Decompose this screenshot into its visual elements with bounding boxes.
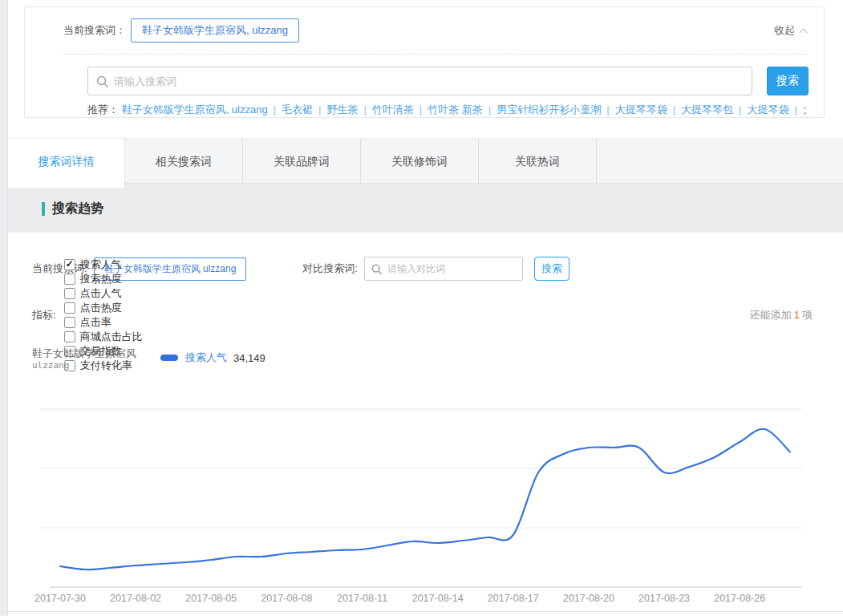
metric-checkbox-item[interactable]: 搜索人气: [64, 257, 143, 272]
recommend-separator: |: [363, 103, 366, 116]
search-row: 搜索: [87, 67, 809, 95]
bottom-divider: [0, 611, 843, 612]
legend-group[interactable]: 搜索人气 34,149: [160, 351, 265, 365]
metric-checkbox-label: 点击热度: [80, 301, 122, 315]
chevron-up-icon: [800, 28, 808, 36]
add-hint: 还能添加1项: [750, 308, 813, 322]
recommended-term-link[interactable]: 大提琴琴袋: [615, 103, 667, 116]
search-analytics-page: 当前搜索词： 鞋子女韩版学生原宿风, ulzzang 收起 搜索 推荐： 鞋子女…: [0, 0, 843, 616]
recommend-separator: |: [794, 103, 796, 116]
recommend-links: 鞋子女韩版学生原宿风, ulzzang|毛衣裙|野生茶|竹叶清茶|竹叶茶 新茶|…: [122, 103, 806, 116]
recommend-separator: |: [739, 103, 741, 116]
metric-checkbox-label: 搜索热度: [80, 272, 122, 286]
x-axis-tick-label: 2017-07-30: [34, 593, 86, 604]
legend-metric-name: 搜索人气: [185, 351, 227, 365]
add-hint-prefix: 还能添加: [750, 309, 792, 321]
add-hint-count: 1: [794, 309, 800, 321]
x-axis-tick-label: 2017-08-11: [337, 593, 387, 604]
recommend-separator: |: [318, 103, 321, 116]
recommended-term-link[interactable]: 鞋子女韩版学生原宿风, ulzzang: [122, 103, 268, 116]
recommend-separator: |: [673, 103, 675, 116]
recommended-term-link[interactable]: 毛衣裙: [282, 103, 313, 116]
recommended-term-link[interactable]: 竹叶清茶: [372, 103, 414, 116]
tab-4[interactable]: 关联修饰词: [361, 139, 479, 184]
checkbox-icon[interactable]: [64, 274, 75, 285]
metric-checkbox-item[interactable]: 点击热度: [64, 301, 143, 315]
search-button[interactable]: 搜索: [767, 67, 809, 95]
search-icon: [96, 75, 109, 88]
recommend-row: 推荐： 鞋子女韩版学生原宿风, ulzzang|毛衣裙|野生茶|竹叶清茶|竹叶茶…: [87, 103, 806, 119]
metrics-label: 指标:: [32, 308, 56, 322]
metrics-row: 指标: 搜索人气 搜索热度 点击人气 点击热度 点击率 商城点击占比 交易指数 …: [32, 307, 162, 323]
tab-5[interactable]: 关联热词: [479, 139, 597, 184]
recommend-separator: |: [606, 103, 609, 116]
metric-checkbox-label: 点击人气: [80, 286, 122, 301]
x-axis-tick-label: 2017-08-17: [488, 593, 539, 604]
recommended-term-link[interactable]: 大提琴包: [803, 103, 806, 116]
collapse-label: 收起: [774, 23, 795, 38]
search-panel: 当前搜索词： 鞋子女韩版学生原宿风, ulzzang 收起 搜索 推荐： 鞋子女…: [24, 6, 825, 118]
tab-1[interactable]: 搜索词详情: [7, 139, 125, 188]
legend-line-marker-icon: [160, 355, 178, 361]
legend-metric-value: 34,149: [233, 352, 265, 364]
trend-line-chart: 2017-07-302017-08-022017-08-052017-08-08…: [0, 397, 843, 616]
search-input-wrap: [87, 67, 752, 95]
section-band: 搜索趋势: [8, 184, 843, 233]
x-axis-tick-label: 2017-08-08: [261, 593, 312, 604]
tab-2[interactable]: 相关搜索词: [125, 139, 243, 184]
x-axis-tick-label: 2017-08-05: [185, 593, 237, 604]
metric-checkbox-label: 点击率: [80, 315, 111, 330]
section-accent-bar: [42, 202, 45, 216]
metric-checkbox-label: 商城点击占比: [80, 330, 143, 344]
compare-input[interactable]: [387, 257, 519, 280]
recommend-label: 推荐：: [87, 103, 119, 116]
metric-checkbox-item[interactable]: 点击率: [64, 315, 143, 330]
checkbox-icon[interactable]: [64, 331, 75, 342]
recommend-separator: |: [419, 103, 422, 116]
compare-input-wrap: [364, 257, 523, 281]
recommend-separator: |: [274, 103, 276, 116]
x-axis-tick-label: 2017-08-26: [714, 593, 765, 604]
legend-term-line1: 鞋子女韩版学生原宿风: [32, 347, 136, 359]
tab-3[interactable]: 关联品牌词: [243, 139, 361, 184]
current-term-chip[interactable]: 鞋子女韩版学生原宿风, ulzzang: [131, 18, 299, 43]
trend-line: [60, 429, 790, 569]
search-icon: [371, 264, 383, 275]
checkbox-icon[interactable]: [64, 288, 75, 299]
recommended-term-link[interactable]: 野生茶: [326, 103, 358, 116]
compare-term-label: 对比搜索词:: [302, 261, 358, 276]
recommended-term-link[interactable]: 大提琴琴包: [681, 103, 733, 116]
recommended-term-link[interactable]: 男宝针织衫开衫小童潮: [496, 103, 601, 116]
recommended-term-link[interactable]: 竹叶茶 新茶: [428, 103, 483, 116]
x-axis-tick-label: 2017-08-20: [563, 593, 614, 604]
dotted-divider: [63, 54, 806, 55]
search-input[interactable]: [114, 67, 748, 95]
tab-bar: 搜索词详情相关搜索词关联品牌词关联修饰词关联热词: [8, 138, 843, 184]
add-hint-suffix: 项: [802, 309, 813, 321]
current-term-label: 当前搜索词：: [63, 23, 126, 38]
x-axis-tick-label: 2017-08-02: [110, 593, 161, 604]
recommended-term-link[interactable]: 大提琴袋: [747, 103, 788, 116]
compare-search-button[interactable]: 搜索: [534, 257, 569, 281]
collapse-toggle[interactable]: 收起: [774, 23, 806, 38]
legend-term-line2: ulzzang: [32, 359, 136, 371]
legend-term: 鞋子女韩版学生原宿风 ulzzang: [32, 347, 136, 371]
metric-checkbox-item[interactable]: 搜索热度: [64, 272, 143, 286]
metric-checkbox-item[interactable]: 点击人气: [64, 286, 143, 301]
x-axis-tick-label: 2017-08-23: [638, 593, 690, 604]
checkbox-icon[interactable]: [64, 302, 75, 314]
recommend-separator: |: [488, 103, 491, 116]
section-title: 搜索趋势: [52, 201, 103, 217]
metric-checkbox-item[interactable]: 商城点击占比: [64, 330, 143, 344]
checkbox-icon[interactable]: [64, 259, 75, 270]
checkbox-icon[interactable]: [64, 317, 75, 328]
x-axis-tick-label: 2017-08-14: [412, 593, 464, 604]
current-term-row: 当前搜索词： 鞋子女韩版学生原宿风, ulzzang 收起: [63, 18, 806, 43]
metric-checkbox-label: 搜索人气: [80, 257, 122, 272]
section-title-wrap: 搜索趋势: [42, 201, 103, 217]
